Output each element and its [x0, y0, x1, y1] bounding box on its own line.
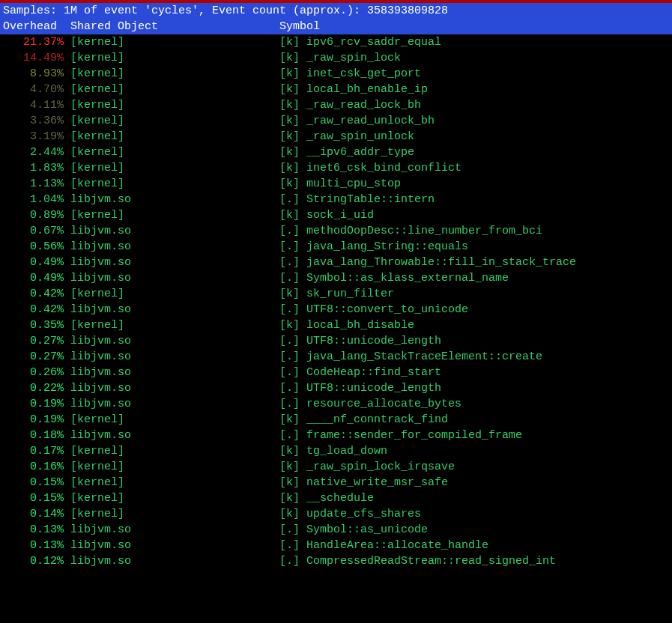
table-row[interactable]: 0.15%[kernel][k]native_write_msr_safe [3, 475, 669, 490]
shared-object: libjvm.so [70, 192, 273, 207]
table-row[interactable]: 0.89%[kernel][k]sock_i_uid [3, 207, 669, 223]
table-row[interactable]: 0.16%[kernel][k]_raw_spin_lock_irqsave [3, 459, 669, 475]
overhead-value: 21.37% [3, 34, 64, 50]
table-row[interactable]: 0.26%libjvm.so[.]CodeHeap::find_start [3, 365, 669, 380]
overhead-value: 0.89% [3, 207, 64, 223]
shared-object: [kernel] [70, 412, 273, 428]
table-row[interactable]: 2.44%[kernel][k]__ipv6_addr_type [3, 145, 669, 160]
table-row[interactable]: 0.27%libjvm.so[.]java_lang_StackTraceEle… [3, 349, 669, 365]
table-row[interactable]: 0.42%libjvm.so[.]UTF8::convert_to_unicod… [3, 302, 669, 317]
symbol-name: _raw_spin_lock [306, 52, 401, 64]
table-row[interactable]: 0.19%[kernel][k]____nf_conntrack_find [3, 412, 669, 428]
table-row[interactable]: 0.35%[kernel][k]local_bh_disable [3, 317, 669, 333]
table-row[interactable]: 0.67%libjvm.so[.]methodOopDesc::line_num… [3, 223, 669, 239]
symbol-name: UTF8::unicode_length [306, 335, 441, 347]
symbol-name: methodOopDesc::line_number_from_bci [306, 225, 542, 237]
table-row[interactable]: 4.70%[kernel][k]local_bh_enable_ip [3, 82, 669, 97]
shared-object: [kernel] [70, 459, 273, 475]
shared-object: [kernel] [70, 490, 273, 506]
table-row[interactable]: 8.93%[kernel][k]inet_csk_get_port [3, 66, 669, 82]
overhead-value: 0.27% [3, 349, 64, 365]
overhead-value: 0.42% [3, 302, 64, 317]
table-row[interactable]: 0.49%libjvm.so[.]Symbol::as_klass_extern… [3, 270, 669, 286]
symbol-tag: [k] [279, 52, 300, 64]
symbol-cell: [.]StringTable::intern [279, 192, 435, 207]
table-row[interactable]: 0.19%libjvm.so[.]resource_allocate_bytes [3, 396, 669, 412]
symbol-cell: [.]CompressedReadStream::read_signed_int [279, 553, 556, 569]
symbol-tag: [k] [279, 67, 300, 80]
shared-object: libjvm.so [70, 365, 273, 380]
perf-report-body[interactable]: 21.37%[kernel][k]ipv6_rcv_saddr_equal14.… [0, 34, 672, 569]
symbol-name: HandleArea::allocate_handle [306, 539, 488, 552]
symbol-name: local_bh_enable_ip [306, 83, 428, 96]
symbol-tag: [.] [279, 193, 300, 206]
table-row[interactable]: 0.18%libjvm.so[.]frame::sender_for_compi… [3, 428, 669, 443]
symbol-tag: [k] [279, 146, 300, 159]
overhead-value: 0.13% [3, 522, 64, 538]
table-row[interactable]: 1.83%[kernel][k]inet6_csk_bind_conflict [3, 160, 669, 176]
symbol-tag: [.] [279, 366, 300, 379]
table-row[interactable]: 0.17%[kernel][k]tg_load_down [3, 443, 669, 459]
table-row[interactable]: 4.11%[kernel][k]_raw_read_lock_bh [3, 97, 669, 113]
table-row[interactable]: 14.49%[kernel][k]_raw_spin_lock [3, 50, 669, 66]
table-row[interactable]: 0.27%libjvm.so[.]UTF8::unicode_length [3, 333, 669, 349]
symbol-tag: [.] [279, 256, 300, 269]
table-row[interactable]: 0.13%libjvm.so[.]HandleArea::allocate_ha… [3, 538, 669, 553]
shared-object: libjvm.so [70, 396, 273, 412]
symbol-cell: [k]inet6_csk_bind_conflict [279, 160, 461, 176]
symbol-tag: [k] [279, 36, 300, 49]
overhead-value: 0.12% [3, 553, 64, 569]
overhead-value: 0.42% [3, 286, 64, 302]
table-row[interactable]: 0.13%libjvm.so[.]Symbol::as_unicode [3, 522, 669, 538]
symbol-cell: [.]frame::sender_for_compiled_frame [279, 428, 522, 443]
overhead-value: 0.17% [3, 443, 64, 459]
symbol-tag: [k] [279, 476, 300, 489]
symbol-cell: [.]UTF8::convert_to_unicode [279, 302, 468, 317]
symbol-tag: [.] [279, 240, 300, 253]
shared-object: libjvm.so [70, 270, 273, 286]
overhead-value: 3.19% [3, 129, 64, 145]
shared-object: [kernel] [70, 34, 273, 50]
symbol-tag: [k] [279, 492, 300, 505]
symbol-cell: [k]sk_run_filter [279, 286, 394, 302]
table-row[interactable]: 3.36%[kernel][k]_raw_read_unlock_bh [3, 113, 669, 129]
table-row[interactable]: 21.37%[kernel][k]ipv6_rcv_saddr_equal [3, 34, 669, 50]
symbol-name: java_lang_StackTraceElement::create [306, 350, 542, 363]
symbol-tag: [k] [279, 162, 300, 174]
shared-object: [kernel] [70, 113, 273, 129]
symbol-cell: [.]java_lang_StackTraceElement::create [279, 349, 542, 365]
symbol-name: _raw_read_unlock_bh [306, 115, 435, 127]
overhead-value: 0.27% [3, 333, 64, 349]
table-row[interactable]: 0.15%[kernel][k]__schedule [3, 490, 669, 506]
table-row[interactable]: 1.04%libjvm.so[.]StringTable::intern [3, 192, 669, 207]
symbol-name: Symbol::as_unicode [306, 523, 428, 536]
table-row[interactable]: 3.19%[kernel][k]_raw_spin_unlock [3, 129, 669, 145]
symbol-name: UTF8::convert_to_unicode [306, 303, 468, 316]
col-overhead: Overhead [3, 19, 64, 34]
symbol-cell: [k]_raw_spin_unlock [279, 129, 414, 145]
overhead-value: 4.11% [3, 97, 64, 113]
symbol-cell: [.]UTF8::unicode_length [279, 333, 441, 349]
overhead-value: 1.13% [3, 176, 64, 192]
symbol-cell: [k]ipv6_rcv_saddr_equal [279, 34, 441, 50]
symbol-tag: [.] [279, 350, 300, 363]
shared-object: [kernel] [70, 317, 273, 333]
shared-object: [kernel] [70, 207, 273, 223]
table-row[interactable]: 0.22%libjvm.so[.]UTF8::unicode_length [3, 380, 669, 396]
shared-object: [kernel] [70, 176, 273, 192]
symbol-name: resource_allocate_bytes [306, 398, 461, 410]
table-row[interactable]: 0.49%libjvm.so[.]java_lang_Throwable::fi… [3, 255, 669, 270]
shared-object: libjvm.so [70, 380, 273, 396]
overhead-value: 0.19% [3, 396, 64, 412]
symbol-tag: [k] [279, 508, 300, 520]
table-row[interactable]: 0.12%libjvm.so[.]CompressedReadStream::r… [3, 553, 669, 569]
symbol-tag: [k] [279, 177, 300, 190]
symbol-cell: [k]tg_load_down [279, 443, 387, 459]
table-row[interactable]: 0.14%[kernel][k]update_cfs_shares [3, 506, 669, 522]
table-row[interactable]: 0.42%[kernel][k]sk_run_filter [3, 286, 669, 302]
table-row[interactable]: 0.56%libjvm.so[.]java_lang_String::equal… [3, 239, 669, 255]
table-row[interactable]: 1.13%[kernel][k]multi_cpu_stop [3, 176, 669, 192]
symbol-name: native_write_msr_safe [306, 476, 448, 489]
overhead-value: 8.93% [3, 66, 64, 82]
shared-object: [kernel] [70, 82, 273, 97]
